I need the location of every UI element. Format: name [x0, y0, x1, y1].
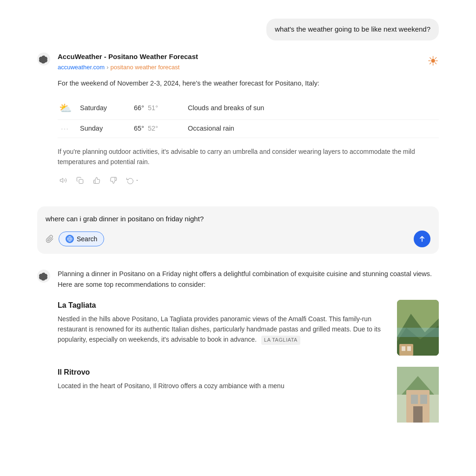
svg-rect-2	[79, 179, 83, 184]
restaurant-il-ritrovo-name: Il Ritrovo	[58, 367, 390, 378]
svg-rect-18	[420, 395, 427, 404]
svg-rect-19	[413, 406, 423, 423]
restaurant-il-ritrovo-image	[397, 367, 439, 423]
search-web-button[interactable]: Search	[59, 231, 104, 246]
weather-row-sunday: ··· Sunday 65° 52° Occasional rain	[58, 120, 439, 138]
speak-button[interactable]	[58, 175, 69, 186]
sunday-day-label: Sunday	[80, 124, 126, 134]
svg-rect-9	[399, 344, 413, 356]
refresh-button[interactable]	[125, 175, 141, 186]
input-text-display: where can i grab dinner in positano on f…	[46, 214, 430, 225]
rain-icon: ···	[58, 124, 73, 133]
weather-breadcrumb: accuweather.com › positano weather forec…	[58, 63, 198, 72]
saturday-day-label: Saturday	[80, 103, 126, 113]
saturday-low: 51°	[148, 104, 158, 112]
sunday-high: 65°	[134, 125, 144, 132]
weather-source-title: AccuWeather - Positano Weather Forecast	[58, 52, 198, 62]
ai-avatar-2	[37, 270, 50, 283]
sunday-low: 52°	[148, 125, 158, 132]
chat-input-area[interactable]: where can i grab dinner in positano on f…	[37, 206, 439, 254]
saturday-temps: 66° 51°	[134, 103, 180, 113]
thumbs-up-button[interactable]	[91, 175, 102, 186]
ai-restaurant-content: Planning a dinner in Positano on a Frida…	[58, 269, 439, 433]
weather-header: AccuWeather - Positano Weather Forecast …	[58, 52, 439, 79]
restaurant-la-tagliata-info: La Tagliata Nestled in the hills above P…	[58, 300, 390, 345]
svg-rect-12	[397, 328, 439, 337]
svg-rect-17	[411, 395, 418, 404]
restaurant-la-tagliata-desc: Nestled in the hills above Positano, La …	[58, 314, 390, 345]
breadcrumb-separator: ›	[106, 63, 108, 72]
restaurant-il-ritrovo-desc: Located in the heart of Positano, Il Rit…	[58, 381, 390, 391]
ai-avatar	[37, 53, 50, 66]
sun-weather-icon: ☀	[427, 52, 439, 71]
input-toolbar: Search	[46, 231, 430, 247]
restaurant-la-tagliata-tag: LA TAGLIATA	[261, 336, 300, 345]
restaurant-il-ritrovo-info: Il Ritrovo Located in the heart of Posit…	[58, 367, 390, 391]
ai-restaurant-response: Planning a dinner in Positano on a Frida…	[37, 269, 439, 433]
restaurant-la-tagliata-image	[397, 300, 439, 356]
weather-intro-text: For the weekend of November 2-3, 2024, h…	[58, 79, 439, 89]
copy-button[interactable]	[74, 175, 86, 186]
weather-row-saturday: ⛅ Saturday 66° 51° Clouds and breaks of …	[58, 97, 439, 120]
breadcrumb-page: positano weather forecast	[111, 63, 180, 72]
sunday-weather-icon: ···	[58, 124, 73, 133]
saturday-high: 66°	[134, 104, 144, 112]
ai-weather-content: AccuWeather - Positano Weather Forecast …	[58, 52, 439, 186]
svg-rect-10	[402, 346, 405, 351]
thumbs-down-button[interactable]	[108, 175, 119, 186]
restaurant-card-il-ritrovo: Il Ritrovo Located in the heart of Posit…	[58, 367, 439, 423]
sunday-description: Occasional rain	[188, 124, 439, 134]
weather-source-info: AccuWeather - Positano Weather Forecast …	[58, 52, 198, 79]
restaurant-intro-text: Planning a dinner in Positano on a Frida…	[58, 269, 439, 290]
restaurant-la-tagliata-name: La Tagliata	[58, 300, 390, 311]
breadcrumb-site[interactable]: accuweather.com	[58, 63, 105, 72]
svg-marker-1	[60, 178, 63, 182]
user-message-1: what's the weather going to be like next…	[266, 19, 439, 40]
svg-rect-11	[407, 346, 411, 351]
send-button[interactable]	[414, 231, 430, 247]
weather-table: ⛅ Saturday 66° 51° Clouds and breaks of …	[58, 97, 439, 138]
weather-action-buttons	[58, 175, 439, 186]
restaurant-card-la-tagliata: La Tagliata Nestled in the hills above P…	[58, 300, 439, 356]
attach-button[interactable]	[46, 235, 54, 243]
ai-weather-response: AccuWeather - Positano Weather Forecast …	[37, 52, 439, 186]
saturday-weather-icon: ⛅	[58, 100, 73, 116]
sunday-temps: 65° 52°	[134, 124, 180, 134]
user-message-row-1: what's the weather going to be like next…	[37, 9, 439, 40]
saturday-description: Clouds and breaks of sun	[188, 103, 439, 113]
globe-icon	[66, 235, 74, 243]
weather-advice-text: If you're planning outdoor activities, i…	[58, 146, 439, 167]
search-label: Search	[77, 235, 97, 243]
toolbar-left: Search	[46, 231, 104, 246]
